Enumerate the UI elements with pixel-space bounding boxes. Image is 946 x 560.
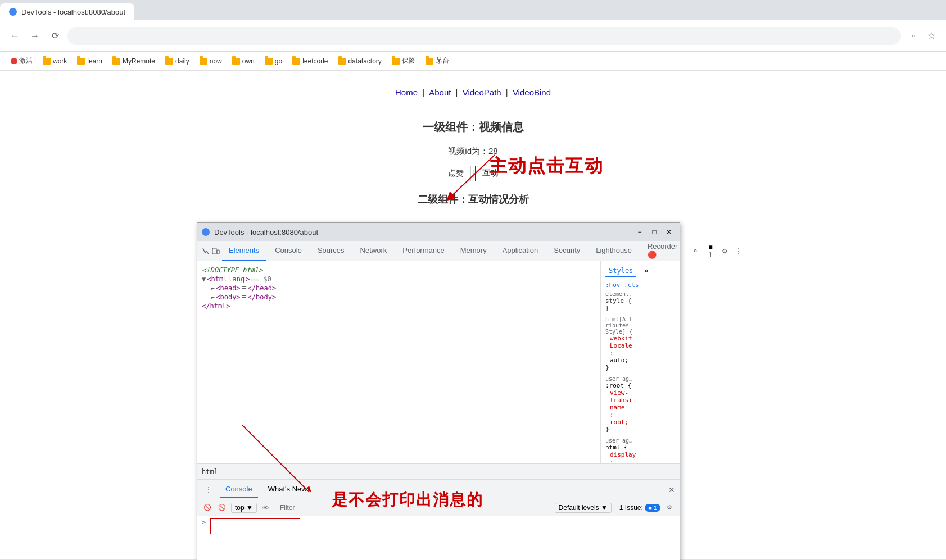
bookmark-daily[interactable]: daily [161,55,194,67]
tab-title: DevTools - localhost:8080/about [21,8,125,16]
devtools-tab-sources[interactable]: Sources [311,241,351,261]
devtools-tab-network[interactable]: Network [354,241,394,261]
devtools-toolbar: Elements Console Sources Network Perform… [197,241,680,261]
section-title-1: 一级组件：视频信息 [0,120,946,135]
devtools-inspect-icon[interactable] [202,244,210,258]
bookmark-leetcode[interactable]: leetcode [288,55,332,67]
console-eye-icon[interactable]: 👁 [260,502,271,513]
devtools-settings-icon[interactable]: ⚙ [719,244,730,258]
nav-videopath[interactable]: VideoPath [463,88,501,97]
back-button[interactable]: ← [7,28,22,44]
style-prop-view: view- [610,389,628,397]
bookmark-work[interactable]: work [38,55,71,67]
style-rule-element: element. style { } [605,291,675,312]
like-button[interactable]: 点赞 [441,166,471,181]
devtools-console-content[interactable]: > [197,516,680,560]
url-bar[interactable]: localhost:8080/video/28/info2 [67,27,901,45]
dom-html-tag-close: > [246,275,250,283]
bookmark-datafactory[interactable]: datafactory [334,55,386,67]
dom-head[interactable]: ► <head> ☰ </head> [202,284,596,293]
devtools-dom-panel[interactable]: <!DOCTYPE html> ▼ <html lang > == $0 ► <… [197,261,601,463]
devtools-tab-performance[interactable]: Performance [396,241,451,261]
dom-doctype-text: <!DOCTYPE html> [202,266,262,274]
bookmark-激活[interactable]: 激活 [7,54,37,68]
nav-videobind[interactable]: VideoBind [513,88,551,97]
dom-html[interactable]: ▼ <html lang > == $0 [202,275,596,284]
bookmark-label: own [242,57,255,65]
console-clear-icon[interactable]: 🚫 [202,502,213,513]
dom-toggle-head[interactable]: ► [211,284,215,292]
styles-tab-more[interactable]: » [641,266,651,277]
console-levels[interactable]: Default levels ▼ [555,503,612,513]
bookmark-label: 激活 [19,56,33,66]
url-input[interactable]: localhost:8080/video/28/info2 [76,31,892,40]
dom-html-tag: <html [207,275,227,283]
devtools-close[interactable]: ✕ [663,226,675,238]
bookmark-label: go [275,57,282,65]
dom-toggle-html[interactable]: ▼ [202,275,206,283]
browser-tab[interactable]: DevTools - localhost:8080/about [0,3,134,20]
folder-icon [77,58,85,65]
cast-button[interactable]: ▫ [906,28,921,44]
dom-lang-attr: lang [228,275,245,283]
dom-html-close[interactable]: </html> [202,302,596,311]
devtools-tab-memory[interactable]: Memory [454,241,494,261]
console-settings-icon[interactable]: ⚙ [664,502,675,513]
bookmark-go[interactable]: go [260,55,287,67]
bookmark-learn[interactable]: learn [73,55,107,67]
devtools-device-icon[interactable] [212,244,220,258]
style-auto-line: auto; [605,357,675,364]
btn-row: 点赞 | 互动 [0,166,946,181]
console-tab-whatsnew[interactable]: What's New [262,481,313,498]
dom-toggle-body[interactable]: ► [211,293,215,301]
devtools-tab-security[interactable]: Security [547,241,587,261]
devtools-tab-more[interactable]: » [686,241,704,261]
devtools-styles-panel: Styles » :hov .cls element. style { } ht… [601,261,680,463]
style-prop-webkit: webkit [610,335,632,342]
devtools-console-menu-icon[interactable]: ⋮ [202,483,215,497]
bookmark-insurance[interactable]: 保险 [387,54,420,68]
console-error-filter-icon[interactable]: 🚫 [216,502,228,513]
devtools-main: <!DOCTYPE html> ▼ <html lang > == $0 ► <… [197,261,680,463]
devtools-titlebar: DevTools - localhost:8080/about − □ ✕ [197,223,680,241]
breadcrumb-html[interactable]: html [202,468,218,476]
devtools-tab-lighthouse[interactable]: Lighthouse [589,241,639,261]
folder-icon [200,58,207,65]
style-display-colon: : [605,458,675,463]
devtools-tab-elements[interactable]: Elements [222,241,266,261]
style-prop-display: display [610,451,636,458]
dom-head-close: </head> [248,284,277,292]
reload-button[interactable]: ⟳ [47,28,63,44]
style-html-attr-close: } [605,364,675,371]
folder-icon [392,58,400,65]
styles-tab-styles[interactable]: Styles [605,266,636,277]
style-display-prop: display [605,451,675,458]
style-element-label: element. [605,291,675,297]
devtools-minimize[interactable]: − [633,226,646,238]
bookmark-own[interactable]: own [228,55,259,67]
svg-rect-2 [217,250,219,254]
nav-about[interactable]: About [429,88,451,97]
forward-button[interactable]: → [27,28,43,44]
style-view-transition: view- [605,389,675,397]
dom-doctype[interactable]: <!DOCTYPE html> [202,266,596,275]
style-colon-line: : [605,349,675,357]
bookmark-maotai[interactable]: 茅台 [421,54,454,68]
devtools-tab-console[interactable]: Console [268,241,309,261]
console-tab-console[interactable]: Console [220,481,258,498]
devtools-tab-application[interactable]: Application [496,241,545,261]
devtools-more-icon[interactable]: ⋮ [733,244,744,258]
bookmark-button[interactable]: ☆ [924,28,939,44]
bookmark-myremote[interactable]: MyRemote [108,55,160,67]
bookmark-icon [11,58,17,64]
devtools-maximize[interactable]: □ [648,226,660,238]
nav-home[interactable]: Home [395,88,418,97]
dom-body[interactable]: ► <body> ☰ </body> [202,293,596,302]
console-context[interactable]: top ▼ [231,503,257,513]
console-close-btn[interactable]: ✕ [668,485,675,494]
bookmark-label: MyRemote [123,57,155,65]
console-issues-badge[interactable]: 1 Issue: ■ 1 [619,504,660,512]
bookmarks-bar: 激活 work learn MyRemote daily now own go [0,52,946,71]
bookmark-now[interactable]: now [195,55,227,67]
devtools-tab-recorder[interactable]: Recorder 🔴 [641,241,684,261]
